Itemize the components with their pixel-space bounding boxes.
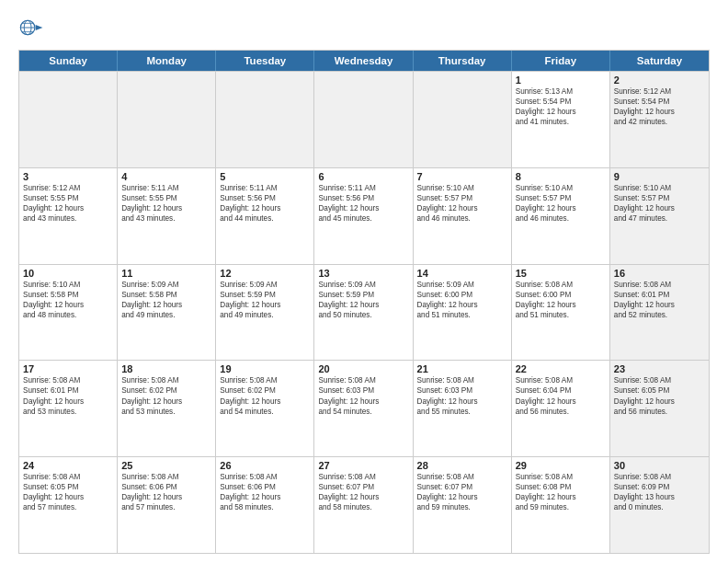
day-info: Sunrise: 5:10 AM Sunset: 5:58 PM Dayligh… xyxy=(23,280,113,320)
cal-header-cell: Sunday xyxy=(19,51,118,71)
calendar-cell: 15Sunrise: 5:08 AM Sunset: 6:00 PM Dayli… xyxy=(512,265,610,361)
cal-header-cell: Tuesday xyxy=(216,51,314,71)
day-number: 7 xyxy=(417,171,507,182)
calendar-week: 3Sunrise: 5:12 AM Sunset: 5:55 PM Daylig… xyxy=(19,167,709,264)
day-info: Sunrise: 5:08 AM Sunset: 6:02 PM Dayligh… xyxy=(121,375,211,416)
calendar: SundayMondayTuesdayWednesdayThursdayFrid… xyxy=(18,50,710,554)
calendar-cell: 1Sunrise: 5:13 AM Sunset: 5:54 PM Daylig… xyxy=(512,72,610,167)
calendar-cell: 26Sunrise: 5:08 AM Sunset: 6:06 PM Dayli… xyxy=(216,457,314,553)
day-number: 25 xyxy=(121,460,211,471)
day-info: Sunrise: 5:12 AM Sunset: 5:55 PM Dayligh… xyxy=(23,183,113,224)
cal-header-cell: Friday xyxy=(512,51,610,71)
calendar-cell: 17Sunrise: 5:08 AM Sunset: 6:01 PM Dayli… xyxy=(19,361,118,456)
day-number: 16 xyxy=(614,268,705,279)
day-number: 5 xyxy=(220,171,310,182)
logo-icon xyxy=(18,15,44,40)
calendar-cell: 6Sunrise: 5:11 AM Sunset: 5:56 PM Daylig… xyxy=(314,168,413,264)
calendar-cell xyxy=(216,72,314,167)
calendar-cell: 9Sunrise: 5:10 AM Sunset: 5:57 PM Daylig… xyxy=(610,168,709,264)
day-info: Sunrise: 5:08 AM Sunset: 6:00 PM Dayligh… xyxy=(516,280,606,320)
calendar-cell: 25Sunrise: 5:08 AM Sunset: 6:06 PM Dayli… xyxy=(118,457,216,553)
day-info: Sunrise: 5:08 AM Sunset: 6:06 PM Dayligh… xyxy=(121,472,211,512)
day-info: Sunrise: 5:08 AM Sunset: 6:05 PM Dayligh… xyxy=(614,375,705,416)
day-number: 26 xyxy=(220,460,310,471)
calendar-cell: 24Sunrise: 5:08 AM Sunset: 6:05 PM Dayli… xyxy=(19,457,118,553)
calendar-cell: 20Sunrise: 5:08 AM Sunset: 6:03 PM Dayli… xyxy=(314,361,413,456)
calendar-header: SundayMondayTuesdayWednesdayThursdayFrid… xyxy=(19,51,709,71)
calendar-cell: 5Sunrise: 5:11 AM Sunset: 5:56 PM Daylig… xyxy=(216,168,314,264)
day-number: 17 xyxy=(23,363,113,374)
calendar-cell: 7Sunrise: 5:10 AM Sunset: 5:57 PM Daylig… xyxy=(414,168,512,264)
calendar-cell xyxy=(314,72,413,167)
day-number: 2 xyxy=(614,75,705,86)
day-number: 14 xyxy=(417,268,507,279)
day-number: 22 xyxy=(516,363,606,374)
day-number: 28 xyxy=(417,460,507,471)
calendar-cell: 18Sunrise: 5:08 AM Sunset: 6:02 PM Dayli… xyxy=(118,361,216,456)
day-info: Sunrise: 5:13 AM Sunset: 5:54 PM Dayligh… xyxy=(516,86,606,127)
calendar-cell: 19Sunrise: 5:08 AM Sunset: 6:02 PM Dayli… xyxy=(216,361,314,456)
calendar-cell: 11Sunrise: 5:09 AM Sunset: 5:58 PM Dayli… xyxy=(118,265,216,361)
cal-header-cell: Wednesday xyxy=(314,51,413,71)
day-info: Sunrise: 5:11 AM Sunset: 5:56 PM Dayligh… xyxy=(318,183,408,224)
calendar-cell: 4Sunrise: 5:11 AM Sunset: 5:55 PM Daylig… xyxy=(118,168,216,264)
day-number: 9 xyxy=(614,171,705,182)
day-info: Sunrise: 5:11 AM Sunset: 5:56 PM Dayligh… xyxy=(220,183,310,224)
calendar-cell: 22Sunrise: 5:08 AM Sunset: 6:04 PM Dayli… xyxy=(512,361,610,456)
calendar-cell: 2Sunrise: 5:12 AM Sunset: 5:54 PM Daylig… xyxy=(610,72,709,167)
page: SundayMondayTuesdayWednesdayThursdayFrid… xyxy=(0,0,728,563)
day-info: Sunrise: 5:08 AM Sunset: 6:03 PM Dayligh… xyxy=(417,375,507,416)
calendar-cell: 10Sunrise: 5:10 AM Sunset: 5:58 PM Dayli… xyxy=(19,265,118,361)
day-number: 3 xyxy=(23,171,113,182)
day-number: 19 xyxy=(220,363,310,374)
day-info: Sunrise: 5:12 AM Sunset: 5:54 PM Dayligh… xyxy=(614,86,705,127)
day-info: Sunrise: 5:08 AM Sunset: 6:02 PM Dayligh… xyxy=(220,375,310,416)
day-info: Sunrise: 5:09 AM Sunset: 6:00 PM Dayligh… xyxy=(417,280,507,320)
calendar-cell: 16Sunrise: 5:08 AM Sunset: 6:01 PM Dayli… xyxy=(610,265,709,361)
day-number: 8 xyxy=(516,171,606,182)
day-number: 4 xyxy=(121,171,211,182)
day-info: Sunrise: 5:08 AM Sunset: 6:01 PM Dayligh… xyxy=(614,280,705,320)
day-info: Sunrise: 5:11 AM Sunset: 5:55 PM Dayligh… xyxy=(121,183,211,224)
calendar-cell: 30Sunrise: 5:08 AM Sunset: 6:09 PM Dayli… xyxy=(610,457,709,553)
day-info: Sunrise: 5:08 AM Sunset: 6:05 PM Dayligh… xyxy=(23,472,113,512)
calendar-cell: 13Sunrise: 5:09 AM Sunset: 5:59 PM Dayli… xyxy=(314,265,413,361)
day-info: Sunrise: 5:09 AM Sunset: 5:59 PM Dayligh… xyxy=(220,280,310,320)
calendar-cell: 3Sunrise: 5:12 AM Sunset: 5:55 PM Daylig… xyxy=(19,168,118,264)
day-info: Sunrise: 5:09 AM Sunset: 5:58 PM Dayligh… xyxy=(121,280,211,320)
calendar-body: 1Sunrise: 5:13 AM Sunset: 5:54 PM Daylig… xyxy=(19,71,709,553)
calendar-cell: 28Sunrise: 5:08 AM Sunset: 6:07 PM Dayli… xyxy=(414,457,512,553)
day-info: Sunrise: 5:08 AM Sunset: 6:04 PM Dayligh… xyxy=(516,375,606,416)
day-number: 11 xyxy=(121,268,211,279)
calendar-week: 17Sunrise: 5:08 AM Sunset: 6:01 PM Dayli… xyxy=(19,360,709,456)
header xyxy=(18,15,710,40)
calendar-week: 10Sunrise: 5:10 AM Sunset: 5:58 PM Dayli… xyxy=(19,264,709,361)
day-info: Sunrise: 5:10 AM Sunset: 5:57 PM Dayligh… xyxy=(614,183,705,224)
calendar-cell: 29Sunrise: 5:08 AM Sunset: 6:08 PM Dayli… xyxy=(512,457,610,553)
calendar-cell: 27Sunrise: 5:08 AM Sunset: 6:07 PM Dayli… xyxy=(314,457,413,553)
day-number: 24 xyxy=(23,460,113,471)
calendar-cell: 14Sunrise: 5:09 AM Sunset: 6:00 PM Dayli… xyxy=(414,265,512,361)
day-info: Sunrise: 5:10 AM Sunset: 5:57 PM Dayligh… xyxy=(516,183,606,224)
day-number: 13 xyxy=(318,268,408,279)
calendar-cell: 23Sunrise: 5:08 AM Sunset: 6:05 PM Dayli… xyxy=(610,361,709,456)
cal-header-cell: Monday xyxy=(118,51,216,71)
day-number: 6 xyxy=(318,171,408,182)
day-info: Sunrise: 5:10 AM Sunset: 5:57 PM Dayligh… xyxy=(417,183,507,224)
day-info: Sunrise: 5:09 AM Sunset: 5:59 PM Dayligh… xyxy=(318,280,408,320)
calendar-week: 1Sunrise: 5:13 AM Sunset: 5:54 PM Daylig… xyxy=(19,71,709,167)
day-info: Sunrise: 5:08 AM Sunset: 6:06 PM Dayligh… xyxy=(220,472,310,512)
day-number: 15 xyxy=(516,268,606,279)
day-info: Sunrise: 5:08 AM Sunset: 6:07 PM Dayligh… xyxy=(417,472,507,512)
day-info: Sunrise: 5:08 AM Sunset: 6:01 PM Dayligh… xyxy=(23,375,113,416)
day-info: Sunrise: 5:08 AM Sunset: 6:08 PM Dayligh… xyxy=(516,472,606,512)
day-number: 21 xyxy=(417,363,507,374)
day-info: Sunrise: 5:08 AM Sunset: 6:03 PM Dayligh… xyxy=(318,375,408,416)
calendar-cell xyxy=(19,72,118,167)
logo xyxy=(18,15,48,40)
day-number: 30 xyxy=(614,460,705,471)
day-number: 1 xyxy=(516,75,606,86)
day-number: 10 xyxy=(23,268,113,279)
day-number: 29 xyxy=(516,460,606,471)
cal-header-cell: Saturday xyxy=(610,51,709,71)
